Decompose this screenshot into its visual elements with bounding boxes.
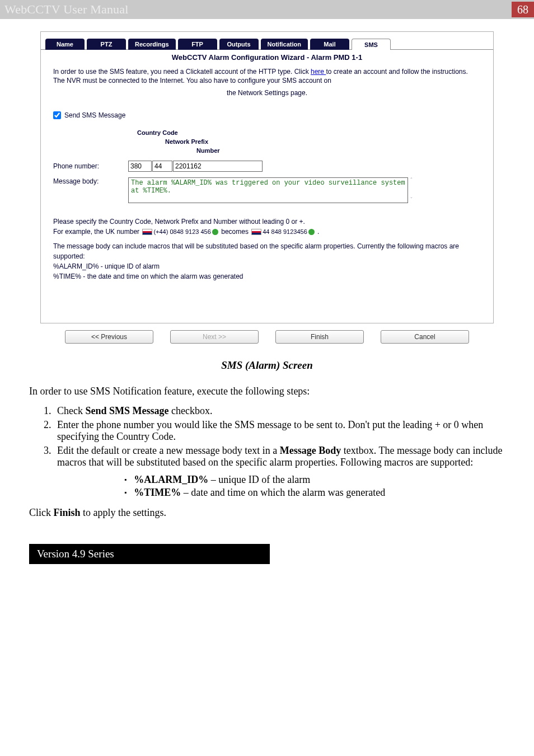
wizard-button-row: << Previous Next >> Finish Cancel [40, 323, 494, 351]
tab-name[interactable]: Name [45, 39, 85, 50]
figure-caption: SMS (Alarm) Screen [29, 359, 505, 372]
dial-icon [212, 229, 218, 235]
help-macro-alarmid: %ALARM_ID% - unique ID of alarm [53, 261, 481, 271]
help-macro-time: %TIME% - the date and time on which the … [53, 271, 481, 281]
cancel-button[interactable]: Cancel [381, 330, 469, 344]
macro-time: %TIME% – date and time on which the alar… [124, 487, 505, 499]
tab-bar: Name PTZ Recordings FTP Outputs Notifica… [41, 32, 493, 50]
tab-mail[interactable]: Mail [310, 39, 349, 50]
send-sms-label: Send SMS Message [64, 111, 125, 119]
help-line3: The message body can include macros that… [53, 241, 481, 261]
paragraph-apply: Click Finish to apply the settings. [29, 506, 505, 519]
step-2: Enter the phone number you would like th… [54, 419, 505, 443]
tab-ftp[interactable]: FTP [178, 39, 217, 50]
step-1: Check Send SMS Message checkbox. [54, 405, 505, 417]
tab-sms[interactable]: SMS [352, 39, 391, 50]
page-number: 68 [517, 3, 528, 16]
phone-network-prefix-input[interactable] [152, 161, 172, 172]
macro-alarm-id: %ALARM_ID% – unique ID of the alarm [124, 474, 505, 486]
steps-list: Check Send SMS Message checkbox. Enter t… [54, 405, 505, 468]
wizard-title: WebCCTV Alarm Configuration Wizard - Ala… [53, 52, 481, 67]
scroll-up-icon[interactable]: ˆ [407, 177, 416, 184]
tab-ptz[interactable]: PTZ [87, 39, 126, 50]
previous-button[interactable]: << Previous [65, 330, 153, 344]
flag-icon [142, 229, 152, 235]
dial-icon [308, 229, 315, 235]
next-button[interactable]: Next >> [170, 330, 259, 344]
wizard-intro: In order to use the SMS feature, you nee… [53, 67, 481, 88]
header-band: WebCCTV User Manual 68 [0, 0, 534, 19]
help-block: Please specify the Country Code, Network… [53, 217, 481, 315]
column-labels: Country Code Network Prefix Number [137, 129, 481, 159]
paragraph-intro: In order to use SMS Notification feature… [29, 385, 505, 398]
send-sms-checkbox[interactable] [53, 111, 61, 119]
col-network-prefix: Network Prefix [165, 138, 208, 145]
step-3: Edit the default or create a new message… [54, 445, 505, 468]
tab-notification[interactable]: Notification [261, 39, 308, 50]
wizard-screenshot: Name PTZ Recordings FTP Outputs Notifica… [40, 31, 494, 323]
page-number-box: 68 [512, 2, 534, 17]
wizard-intro-2: the Network Settings page. [53, 88, 481, 109]
flag-icon [251, 229, 261, 235]
footer-version: Version 4.9 Series [29, 544, 270, 564]
phone-number-label: Phone number: [53, 162, 128, 170]
col-country-code: Country Code [137, 129, 178, 136]
help-line2: For example, the UK number (+44) 0848 91… [53, 227, 481, 237]
col-number: Number [196, 147, 220, 154]
scroll-down-icon[interactable]: ˇ [407, 197, 416, 203]
tab-outputs[interactable]: Outputs [219, 39, 259, 50]
clickatell-link[interactable]: here [311, 68, 326, 76]
finish-button[interactable]: Finish [275, 330, 364, 344]
phone-number-input[interactable] [173, 161, 263, 172]
message-body-label: Message body: [53, 177, 128, 185]
phone-country-code-input[interactable] [128, 161, 152, 172]
help-line1: Please specify the Country Code, Network… [53, 217, 481, 227]
message-body-input[interactable] [128, 177, 408, 203]
macros-list: %ALARM_ID% – unique ID of the alarm %TIM… [124, 474, 505, 499]
doc-title: WebCCTV User Manual [4, 2, 129, 17]
tab-recordings[interactable]: Recordings [128, 39, 176, 50]
textarea-scrollbar[interactable]: ˆ ˇ [407, 177, 417, 203]
